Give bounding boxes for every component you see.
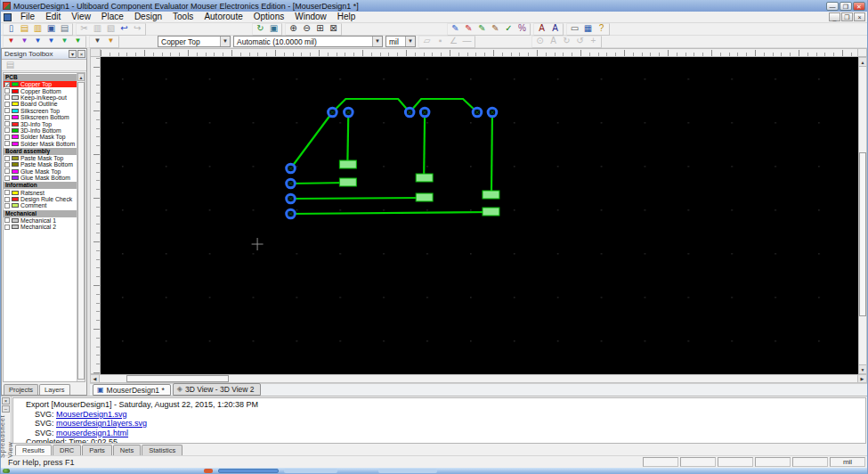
copy-icon[interactable]: ▥ bbox=[91, 23, 104, 35]
trace-net-c[interactable] bbox=[424, 112, 425, 177]
filter-parts-icon[interactable]: ▼ bbox=[18, 36, 31, 47]
toolbox-tool-icon[interactable]: ▤ bbox=[4, 60, 17, 71]
angle-icon[interactable]: ∠ bbox=[447, 36, 460, 47]
windows-taskbar[interactable] bbox=[1, 468, 867, 474]
mdi-minimize-button[interactable]: _ bbox=[829, 12, 840, 21]
mdi-close-button[interactable]: × bbox=[854, 12, 865, 21]
sheet-tab-statistics[interactable]: Statistics bbox=[142, 445, 183, 455]
layer-checkbox[interactable]: ✓ bbox=[4, 82, 10, 87]
wire-edit-icon[interactable]: ✎ bbox=[449, 23, 462, 35]
taskbar-icon[interactable] bbox=[204, 469, 213, 473]
layer-row[interactable]: Ratsnest bbox=[4, 189, 77, 195]
layer-row[interactable]: Solder Mask Bottom bbox=[4, 141, 77, 147]
layer-row[interactable]: 3D-Info Bottom bbox=[4, 127, 77, 134]
via-edit-icon[interactable]: ✎ bbox=[475, 23, 489, 35]
menu-edit[interactable]: Edit bbox=[40, 12, 66, 22]
scrollbar-thumb[interactable] bbox=[77, 82, 85, 380]
layer-row[interactable]: Silkscreen Top bbox=[4, 108, 77, 114]
toolbox-tab-layers[interactable]: Layers bbox=[39, 384, 70, 395]
layer-checkbox[interactable] bbox=[4, 156, 10, 161]
layer-checkbox[interactable] bbox=[4, 135, 10, 140]
trace-net-a[interactable] bbox=[347, 112, 348, 164]
cut-icon[interactable]: ✂ bbox=[77, 23, 91, 35]
layer-row[interactable]: Mechanical 1 bbox=[4, 217, 77, 224]
layer-checkbox[interactable] bbox=[4, 127, 10, 133]
export-file-link[interactable]: MouserDesign1.svg bbox=[56, 410, 127, 419]
layer-row[interactable]: Keep-in/keep-out bbox=[4, 94, 77, 101]
layer-checkbox[interactable] bbox=[4, 176, 10, 181]
layer-checkbox[interactable] bbox=[4, 108, 10, 113]
taskbar-window-active[interactable] bbox=[218, 469, 279, 473]
spreadsheet-close-button[interactable]: × bbox=[2, 397, 10, 405]
line-style-icon[interactable]: — bbox=[460, 36, 474, 47]
layer-row[interactable]: Board Outline bbox=[4, 101, 77, 107]
statistics-icon[interactable]: ▦ bbox=[581, 23, 595, 35]
layer-checkbox[interactable] bbox=[4, 168, 10, 174]
spreadsheet-pin-button[interactable]: – bbox=[2, 405, 10, 413]
layer-checkbox[interactable] bbox=[4, 203, 10, 208]
sheet-tab-drc[interactable]: DRC bbox=[53, 445, 81, 455]
layer-checkbox[interactable] bbox=[4, 94, 10, 100]
layer-row[interactable]: Paste Mask Top bbox=[4, 155, 77, 161]
trace-net-d[interactable] bbox=[290, 198, 424, 199]
layer-checkbox[interactable] bbox=[4, 121, 10, 127]
help-icon[interactable]: ? bbox=[595, 23, 608, 35]
pan-icon[interactable]: + bbox=[587, 36, 600, 47]
minimize-button[interactable]: — bbox=[826, 2, 839, 11]
trace-edit-icon[interactable]: ✎ bbox=[462, 23, 475, 35]
mdi-restore-button[interactable]: ❒ bbox=[841, 12, 853, 21]
redraw-icon[interactable]: ↻ bbox=[254, 23, 267, 35]
zoom-full-icon[interactable]: ⊠ bbox=[327, 23, 340, 35]
trace-net-e[interactable] bbox=[491, 112, 492, 194]
print-icon[interactable]: ▤ bbox=[58, 23, 71, 35]
smd-pad[interactable] bbox=[339, 178, 356, 186]
filter-text-icon[interactable]: ▼ bbox=[91, 36, 104, 47]
layer-checkbox[interactable] bbox=[4, 141, 10, 146]
scrollbar-thumb[interactable] bbox=[859, 152, 866, 316]
redo-icon[interactable]: ↪ bbox=[131, 23, 144, 35]
scroll-up-icon[interactable]: ▲ bbox=[77, 73, 85, 81]
undo-icon[interactable]: ↩ bbox=[118, 23, 131, 35]
find-icon[interactable]: ⊙ bbox=[533, 36, 547, 47]
filter-layers-icon[interactable]: ▼ bbox=[71, 36, 85, 47]
filter-traces-icon[interactable]: ▼ bbox=[31, 36, 45, 47]
rotate-ccw-icon[interactable]: ↺ bbox=[573, 36, 587, 47]
taskbar-window[interactable] bbox=[284, 469, 337, 473]
scroll-up-icon[interactable]: ▲ bbox=[859, 58, 866, 67]
place-part-icon[interactable]: ▱ bbox=[420, 36, 434, 47]
menu-view[interactable]: View bbox=[66, 12, 96, 22]
pcb-canvas[interactable] bbox=[101, 57, 858, 374]
smd-pad[interactable] bbox=[416, 193, 433, 201]
scrollbar-thumb[interactable] bbox=[126, 375, 229, 382]
layer-row[interactable]: Copper Bottom bbox=[4, 87, 77, 94]
smd-pad[interactable] bbox=[483, 208, 499, 216]
text-b-icon[interactable]: A bbox=[548, 23, 562, 35]
open-samples-icon[interactable]: ▥ bbox=[31, 23, 45, 35]
rotate-cw-icon[interactable]: ↻ bbox=[560, 36, 573, 47]
scroll-left-icon[interactable]: ◀ bbox=[91, 375, 100, 382]
layer-row[interactable]: Glue Mask Bottom bbox=[4, 175, 77, 181]
smd-pad[interactable] bbox=[339, 160, 356, 168]
menu-file[interactable]: File bbox=[15, 12, 40, 22]
sheet-tab-parts[interactable]: Parts bbox=[82, 445, 112, 455]
layer-checkbox[interactable] bbox=[4, 115, 10, 120]
paste-icon[interactable]: ▧ bbox=[104, 23, 118, 35]
layer-checkbox[interactable] bbox=[4, 197, 10, 202]
export-file-link[interactable]: mouserdesign1.html bbox=[56, 429, 128, 437]
menu-options[interactable]: Options bbox=[248, 12, 289, 22]
layer-row[interactable]: Glue Mask Top bbox=[4, 168, 77, 175]
scroll-down-icon[interactable]: ▼ bbox=[859, 364, 866, 373]
doc-tab[interactable]: ◈3D View - 3D View 2 bbox=[173, 383, 261, 396]
zoom-window-icon[interactable]: ⊞ bbox=[313, 23, 327, 35]
dimension-icon[interactable]: ▪ bbox=[434, 36, 447, 47]
close-button[interactable]: ✕ bbox=[853, 2, 865, 11]
layer-row[interactable]: Paste Mask Bottom bbox=[4, 161, 77, 168]
open-folder-icon[interactable]: ▤ bbox=[18, 23, 31, 35]
layer-checkbox[interactable] bbox=[4, 102, 10, 107]
filter-select-icon[interactable]: ▼ bbox=[4, 36, 18, 47]
scroll-right-icon[interactable]: ▶ bbox=[857, 375, 866, 382]
export-file-link[interactable]: mouserdesign1layers.svg bbox=[56, 419, 147, 428]
copper-edit-icon[interactable]: ✎ bbox=[489, 23, 502, 35]
menu-place[interactable]: Place bbox=[96, 12, 129, 22]
zoom-in-icon[interactable]: ⊕ bbox=[287, 23, 300, 35]
